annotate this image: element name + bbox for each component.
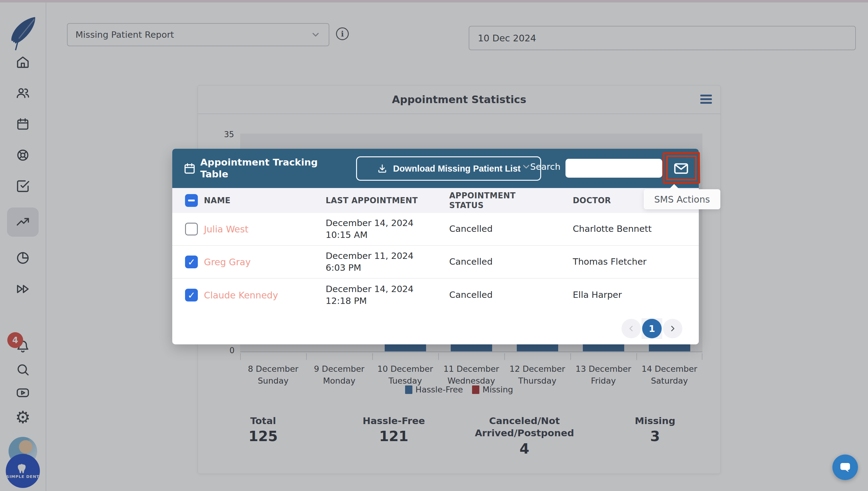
status-cell: Cancelled [449,224,493,234]
last-appointment-cell: December 11, 2024 6:03 PM [326,250,432,274]
download-icon [377,163,388,174]
sms-actions-button[interactable] [666,155,696,182]
row-checkbox[interactable] [185,223,198,235]
pagination-page-1[interactable]: 1 [642,319,662,338]
modal-title: Appointment Tracking Table [200,156,334,180]
sms-actions-tooltip: SMS Actions [644,189,720,209]
select-all-cell [172,194,204,207]
row-checkbox[interactable] [185,289,198,301]
search-label: Search [521,162,561,172]
table-row[interactable]: Greg Gray December 11, 2024 6:03 PM Canc… [172,246,699,279]
status-cell: Cancelled [449,290,493,300]
column-header-doctor: DOCTOR [573,196,611,205]
download-missing-patient-list-button[interactable]: Download Missing Patient List [356,156,541,181]
status-cell: Cancelled [449,256,493,267]
table-header-row: NAME LAST APPOINTMENT APPOINTMENT STATUS… [172,188,699,213]
chevron-left-icon [627,325,635,333]
doctor-cell: Thomas Fletcher [573,256,646,267]
select-all-checkbox[interactable] [185,194,198,207]
last-appointment-cell: December 14, 2024 10:15 AM [326,217,432,241]
appointment-tracking-modal: Appointment Tracking Table Download Miss… [172,149,699,344]
modal-header: Appointment Tracking Table Download Miss… [172,149,699,188]
chat-button[interactable] [832,455,858,480]
patient-name-link[interactable]: Greg Gray [204,257,251,267]
patient-name-link[interactable]: Claude Kennedy [204,290,278,300]
last-appointment-cell: December 14, 2024 12:18 PM [326,283,432,307]
row-checkbox[interactable] [185,256,198,268]
pagination-next-button[interactable] [663,319,682,338]
column-header-appointment-status: APPOINTMENT STATUS [449,191,522,210]
mail-icon [673,161,689,176]
column-header-last-appointment: LAST APPOINTMENT [326,196,418,205]
doctor-cell: Charlotte Bennett [573,224,652,234]
doctor-cell: Ella Harper [573,290,622,300]
search-input[interactable] [565,159,662,178]
table-row[interactable]: Claude Kennedy December 14, 2024 12:18 P… [172,279,699,312]
chat-bubble-icon [839,461,851,474]
pagination-prev-button[interactable] [621,319,641,338]
pagination-page-wrap: 1 [642,318,662,339]
patient-name-link[interactable]: Julia West [204,224,248,235]
chevron-down-icon[interactable] [521,162,531,172]
pagination: 1 [621,318,682,339]
column-header-name: NAME [204,196,231,205]
chevron-right-icon [669,325,677,333]
calendar-icon [183,162,196,175]
table-row[interactable]: Julia West December 14, 2024 10:15 AM Ca… [172,213,699,246]
